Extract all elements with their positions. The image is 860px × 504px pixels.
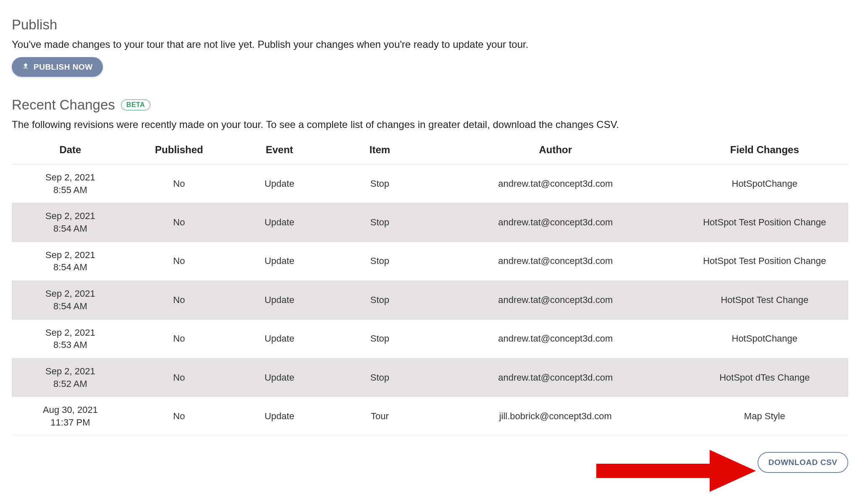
upload-icon: [22, 62, 29, 72]
cell-date: Sep 2, 20218:53 AM: [12, 319, 129, 358]
cell-event: Update: [229, 203, 330, 242]
cell-author: andrew.tat@concept3d.com: [430, 165, 681, 203]
col-field: Field Changes: [681, 138, 848, 165]
cell-event: Update: [229, 242, 330, 280]
cell-published: No: [129, 281, 229, 319]
cell-item: Stop: [330, 358, 430, 397]
cell-author: andrew.tat@concept3d.com: [430, 319, 681, 358]
col-author: Author: [430, 138, 681, 165]
cell-date: Sep 2, 20218:54 AM: [12, 281, 129, 319]
cell-author: andrew.tat@concept3d.com: [430, 203, 681, 242]
table-row: Sep 2, 20218:54 AMNoUpdateStopandrew.tat…: [12, 203, 848, 242]
changes-table: Date Published Event Item Author Field C…: [12, 138, 848, 436]
cell-date: Sep 2, 20218:55 AM: [12, 165, 129, 203]
cell-field: HotSpot Test Position Change: [681, 242, 848, 280]
cell-date: Sep 2, 20218:54 AM: [12, 203, 129, 242]
recent-changes-title: Recent Changes: [12, 97, 115, 113]
cell-item: Tour: [330, 397, 430, 436]
publish-desc: You've made changes to your tour that ar…: [12, 39, 848, 50]
download-csv-button[interactable]: DOWNLOAD CSV: [758, 452, 848, 473]
table-row: Sep 2, 20218:55 AMNoUpdateStopandrew.tat…: [12, 165, 848, 203]
svg-rect-0: [596, 464, 714, 478]
cell-item: Stop: [330, 319, 430, 358]
cell-event: Update: [229, 319, 330, 358]
svg-marker-1: [710, 450, 756, 492]
cell-published: No: [129, 358, 229, 397]
cell-date: Sep 2, 20218:54 AM: [12, 242, 129, 280]
cell-event: Update: [229, 281, 330, 319]
cell-field: HotSpot Test Position Change: [681, 203, 848, 242]
cell-event: Update: [229, 397, 330, 436]
col-published: Published: [129, 138, 229, 165]
recent-changes-desc: The following revisions were recently ma…: [12, 119, 848, 131]
publish-now-label: PUBLISH NOW: [34, 63, 93, 72]
cell-published: No: [129, 397, 229, 436]
cell-author: andrew.tat@concept3d.com: [430, 281, 681, 319]
cell-item: Stop: [330, 165, 430, 203]
cell-field: HotSpotChange: [681, 319, 848, 358]
cell-author: andrew.tat@concept3d.com: [430, 242, 681, 280]
cell-field: HotSpot Test Change: [681, 281, 848, 319]
table-row: Sep 2, 20218:52 AMNoUpdateStopandrew.tat…: [12, 358, 848, 397]
cell-published: No: [129, 203, 229, 242]
beta-badge: BETA: [121, 99, 150, 110]
cell-date: Sep 2, 20218:52 AM: [12, 358, 129, 397]
cell-item: Stop: [330, 203, 430, 242]
col-event: Event: [229, 138, 330, 165]
publish-now-button[interactable]: PUBLISH NOW: [12, 57, 103, 77]
cell-item: Stop: [330, 281, 430, 319]
cell-date: Aug 30, 202111:37 PM: [12, 397, 129, 436]
cell-event: Update: [229, 165, 330, 203]
cell-author: jill.bobrick@concept3d.com: [430, 397, 681, 436]
publish-title: Publish: [12, 17, 848, 33]
table-header-row: Date Published Event Item Author Field C…: [12, 138, 848, 165]
cell-field: HotSpotChange: [681, 165, 848, 203]
col-item: Item: [330, 138, 430, 165]
cell-published: No: [129, 319, 229, 358]
col-date: Date: [12, 138, 129, 165]
cell-field: HotSpot dTes Change: [681, 358, 848, 397]
cell-published: No: [129, 165, 229, 203]
table-row: Sep 2, 20218:54 AMNoUpdateStopandrew.tat…: [12, 242, 848, 280]
table-row: Aug 30, 202111:37 PMNoUpdateTourjill.bob…: [12, 397, 848, 436]
cell-event: Update: [229, 358, 330, 397]
table-row: Sep 2, 20218:54 AMNoUpdateStopandrew.tat…: [12, 281, 848, 319]
cell-field: Map Style: [681, 397, 848, 436]
cell-item: Stop: [330, 242, 430, 280]
annotation-arrow-icon: [596, 448, 756, 494]
table-row: Sep 2, 20218:53 AMNoUpdateStopandrew.tat…: [12, 319, 848, 358]
cell-published: No: [129, 242, 229, 280]
cell-author: andrew.tat@concept3d.com: [430, 358, 681, 397]
